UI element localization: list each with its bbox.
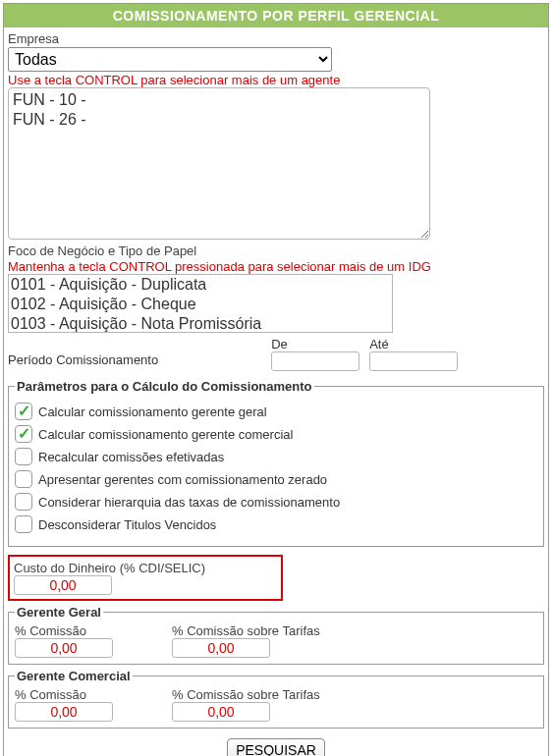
gc-tarifas-label: % Comissão sobre Tarifas	[172, 687, 320, 702]
param-label: Desconsiderar Titulos Vencidos	[38, 517, 216, 532]
param-row: Considerar hierarquia das taxas de comis…	[15, 493, 537, 511]
foco-multiselect[interactable]: 0101 - Aquisição - Duplicata 0102 - Aqui…	[8, 274, 393, 333]
actions-row: PESQUISAR	[8, 738, 544, 756]
param-row: Calcular comissionamento gerente comerci…	[15, 425, 537, 443]
agentes-hint: Use a tecla CONTROL para selecionar mais…	[8, 73, 544, 87]
gc-comissao-input[interactable]	[15, 702, 113, 722]
periodo-de-input[interactable]	[271, 351, 359, 371]
periodo-row: Período Comissionamento De Até	[8, 337, 544, 371]
periodo-ate-label: Até	[369, 337, 458, 351]
param-label: Calcular comissionamento gerente geral	[38, 405, 267, 419]
foco-option[interactable]: 0102 - Aquisição - Cheque	[11, 295, 390, 314]
param-row: Desconsiderar Titulos Vencidos	[15, 515, 537, 533]
param-row: Apresentar gerentes com comissionamento …	[15, 470, 537, 488]
pesquisar-button[interactable]: PESQUISAR	[227, 738, 325, 756]
gg-tarifas-label: % Comissão sobre Tarifas	[172, 623, 320, 638]
page-title: COMISSIONAMENTO POR PERFIL GERENCIAL	[4, 4, 548, 27]
agentes-option[interactable]: FUN - 10 -	[13, 90, 425, 110]
gerente-geral-fieldset: Gerente Geral % Comissão % Comissão sobr…	[8, 605, 544, 665]
param-label: Calcular comissionamento gerente comerci…	[38, 427, 293, 442]
custo-label: Custo do Dinheiro (% CDI/SELIC)	[14, 561, 277, 575]
param-row: Calcular comissionamento gerente geral	[15, 403, 537, 420]
custo-input[interactable]	[14, 575, 112, 595]
checkbox-calc-gerente-geral[interactable]	[15, 403, 32, 420]
gc-tarifas-input[interactable]	[172, 702, 270, 722]
foco-option[interactable]: 0103 - Aquisição - Nota Promissória	[11, 314, 390, 333]
param-row: Recalcular comissões efetivadas	[15, 448, 537, 465]
empresa-select[interactable]: Todas	[8, 47, 332, 72]
param-label: Recalcular comissões efetivadas	[38, 450, 224, 464]
checkbox-apresentar-zerado[interactable]	[15, 470, 32, 488]
gg-tarifas-input[interactable]	[172, 638, 270, 658]
checkbox-hierarquia-taxas[interactable]	[15, 493, 32, 511]
param-label: Apresentar gerentes com comissionamento …	[38, 472, 327, 487]
checkbox-calc-gerente-comercial[interactable]	[15, 425, 32, 443]
foco-hint: Mantenha a tecla CONTROL pressionada par…	[8, 259, 544, 274]
gc-comissao-label: % Comissão	[15, 687, 113, 702]
parametros-legend: Parâmetros para o Cálculo do Comissionam…	[15, 379, 314, 394]
gerente-comercial-fieldset: Gerente Comercial % Comissão % Comissão …	[8, 669, 544, 729]
gg-comissao-label: % Comissão	[15, 623, 113, 638]
gerente-geral-legend: Gerente Geral	[15, 605, 103, 620]
empresa-label: Empresa	[8, 31, 544, 46]
form-body: Empresa Todas Use a tecla CONTROL para s…	[4, 27, 548, 756]
periodo-ate-input[interactable]	[369, 351, 458, 371]
agentes-option[interactable]: FUN - 26 -	[13, 110, 425, 130]
periodo-label: Período Comissionamento	[8, 352, 261, 371]
agentes-multiselect[interactable]: FUN - 10 - FUN - 26 -	[8, 87, 430, 240]
periodo-de-label: De	[271, 337, 359, 351]
checkbox-desconsiderar-vencidos[interactable]	[15, 515, 32, 533]
foco-option[interactable]: 0101 - Aquisição - Duplicata	[11, 275, 390, 295]
parametros-fieldset: Parâmetros para o Cálculo do Comissionam…	[8, 379, 544, 547]
form-container: COMISSIONAMENTO POR PERFIL GERENCIAL Emp…	[3, 3, 549, 756]
checkbox-recalcular[interactable]	[15, 448, 32, 465]
gg-comissao-input[interactable]	[15, 638, 113, 658]
param-label: Considerar hierarquia das taxas de comis…	[38, 495, 340, 510]
custo-dinheiro-box: Custo do Dinheiro (% CDI/SELIC)	[8, 555, 283, 601]
gerente-comercial-legend: Gerente Comercial	[15, 669, 133, 683]
foco-label: Foco de Negócio e Tipo de Papel	[8, 243, 544, 258]
